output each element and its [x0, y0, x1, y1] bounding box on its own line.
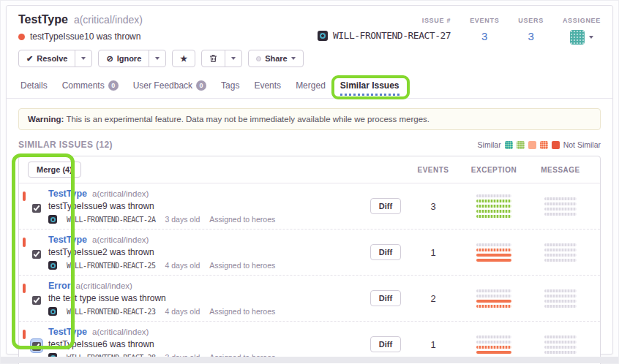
similarity-legend: Similar Not Similar	[478, 140, 601, 149]
tab-label: Similar Issues	[340, 80, 399, 91]
page-title: TestType	[18, 13, 68, 26]
issue-number-label: ISSUE #	[422, 17, 451, 24]
row-left: TestTypea(critical/index) testTypeIssue2…	[19, 235, 364, 270]
share-label: Share	[265, 54, 288, 63]
row-text: Errora(critical/index) the test type iss…	[48, 281, 275, 316]
diff-button[interactable]: Diff	[370, 336, 401, 352]
row-issue-link[interactable]: Error	[48, 281, 71, 291]
share-icon	[256, 56, 261, 61]
error-level-bar-icon	[23, 330, 26, 339]
action-toolbar: ✔ Resolve ⊘ Ignore ★	[18, 50, 304, 67]
chevron-down-icon	[291, 57, 296, 60]
bookmark-button[interactable]: ★	[172, 50, 195, 67]
resolve-button[interactable]: ✔ Resolve	[18, 50, 75, 67]
share-button[interactable]: Share	[248, 50, 304, 67]
issue-message: testTypeIssue10 was thrown	[30, 31, 140, 42]
issue-id-row: WILL-FRONTEND-REACT-27	[318, 30, 451, 41]
diff-button[interactable]: Diff	[370, 244, 401, 260]
tab-merged[interactable]: Merged	[293, 74, 328, 98]
row-issue-subtitle: a(critical/index)	[92, 235, 149, 244]
page-bottom-strip	[1, 357, 618, 363]
row-checkbox[interactable]	[32, 204, 41, 213]
row-issue-message: testTypeIssue6 was thrown	[48, 339, 275, 349]
diff-cell: Diff	[364, 244, 407, 260]
message-similarity-bars	[544, 195, 577, 218]
legend-swatches	[505, 141, 560, 149]
message-similarity-cell	[528, 195, 593, 218]
tab-events[interactable]: Events	[252, 74, 283, 98]
error-level-bar-icon	[23, 284, 26, 293]
merge-button[interactable]: Merge (4)	[28, 162, 81, 178]
column-header-message: MESSAGE	[528, 166, 593, 174]
platform-icon	[318, 31, 328, 41]
tab-comments[interactable]: Comments0	[60, 74, 121, 98]
row-issue-link[interactable]: TestType	[48, 235, 87, 245]
row-meta-line: WILL-FRONTEND-REACT-23 4 days old Assign…	[48, 307, 275, 316]
issue-title-line: TestType a(critical/index)	[18, 13, 304, 26]
diff-button[interactable]: Diff	[370, 198, 401, 214]
row-checkbox-wrap-focused	[32, 341, 41, 351]
message-similarity-bars	[544, 241, 577, 264]
events-label: EVENTS	[470, 17, 499, 24]
row-issue-link[interactable]: TestType	[48, 327, 87, 337]
message-similarity-cell	[528, 333, 593, 356]
delete-button[interactable]	[201, 50, 225, 67]
ignore-button[interactable]: ⊘ Ignore	[98, 50, 149, 67]
row-checkbox-wrap	[32, 249, 41, 259]
legend-similar-label: Similar	[478, 140, 501, 149]
row-checkbox[interactable]	[32, 296, 41, 305]
message-similarity-bars	[544, 333, 577, 356]
events-count[interactable]: 3	[481, 30, 487, 42]
assignee-column: ASSIGNEE	[563, 17, 601, 45]
chevron-down-icon	[231, 57, 236, 60]
issue-tabs: Details Comments0 User Feedback0 Tags Ev…	[7, 74, 612, 99]
row-checkbox[interactable]	[32, 250, 41, 259]
message-similarity-cell	[528, 287, 593, 310]
column-headers: EVENTS EXCEPTION MESSAGE	[407, 166, 593, 174]
users-count[interactable]: 3	[528, 30, 533, 42]
row-text: TestTypea(critical/index) testTypeIssue9…	[48, 189, 275, 224]
trash-icon	[209, 54, 217, 63]
tab-user-feedback[interactable]: User Feedback0	[131, 74, 209, 98]
row-events-count: 1	[407, 247, 459, 258]
check-icon: ✔	[26, 55, 33, 63]
row-issue-message: testTypeIssue2 was thrown	[48, 247, 275, 257]
error-level-icon	[18, 34, 25, 40]
issue-id: WILL-FRONTEND-REACT-27	[333, 30, 451, 41]
tab-similar-issues[interactable]: Similar Issues	[338, 74, 402, 98]
feedback-count-badge: 0	[196, 80, 206, 91]
message-similarity-cell	[528, 241, 593, 264]
ignore-button-group: ⊘ Ignore	[98, 50, 166, 67]
exception-similarity-cell	[459, 241, 528, 264]
diff-button[interactable]: Diff	[370, 290, 401, 306]
tab-details[interactable]: Details	[18, 74, 50, 98]
row-checkbox[interactable]	[32, 342, 41, 351]
ignore-dropdown-button[interactable]	[149, 50, 166, 67]
row-left: Errora(critical/index) the test type iss…	[19, 281, 364, 316]
platform-icon	[48, 307, 57, 316]
issue-stats: ISSUE # WILL-FRONTEND-REACT-27 EVENTS 3 …	[318, 13, 601, 67]
row-issue-subtitle: a(critical/index)	[76, 281, 132, 290]
issue-detail-page: TestType a(critical/index) testTypeIssue…	[0, 0, 619, 364]
row-age: 4 days old	[165, 261, 200, 270]
delete-dropdown-button[interactable]	[225, 50, 242, 67]
resolve-dropdown-button[interactable]	[75, 50, 92, 67]
platform-icon	[48, 215, 57, 224]
tab-tags[interactable]: Tags	[219, 74, 241, 98]
row-issue-message: testTypeIssue9 was thrown	[48, 201, 275, 211]
row-issue-id: WILL-FRONTEND-REACT-23	[67, 308, 155, 316]
column-header-exception: EXCEPTION	[459, 166, 528, 174]
issue-subtitle: a(critical/index)	[74, 14, 143, 26]
exception-similarity-bars	[476, 333, 511, 356]
issue-message-line: testTypeIssue10 was thrown	[18, 31, 304, 42]
exception-similarity-cell	[459, 287, 528, 310]
mute-icon: ⊘	[106, 55, 113, 63]
issue-number-column: ISSUE # WILL-FRONTEND-REACT-27	[318, 17, 451, 41]
diff-cell: Diff	[364, 198, 407, 214]
table-row: TestTypea(critical/index) testTypeIssue2…	[19, 230, 600, 276]
assignee-selector[interactable]	[570, 30, 593, 45]
row-issue-link[interactable]: TestType	[48, 189, 87, 199]
row-checkbox-wrap	[32, 295, 41, 305]
table-row: Errora(critical/index) the test type iss…	[19, 276, 600, 322]
chevron-down-icon	[589, 36, 593, 39]
